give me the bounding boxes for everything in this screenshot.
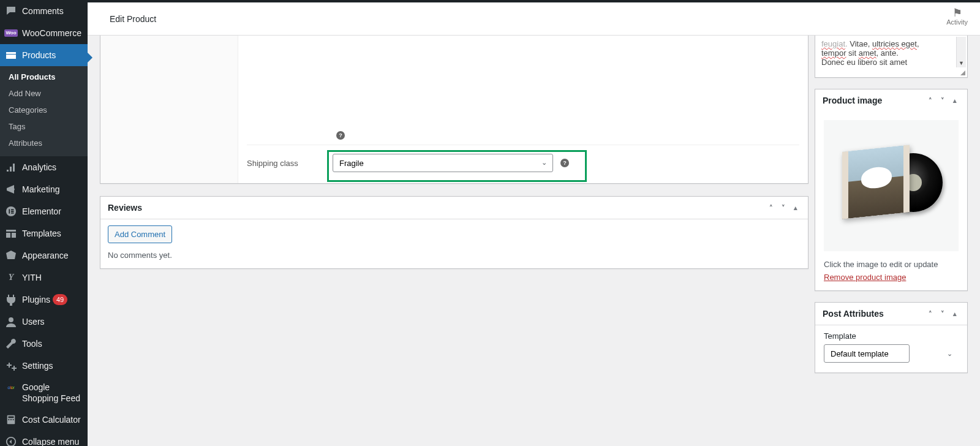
menu-label: Marketing — [22, 184, 59, 195]
sidebar-item-products[interactable]: Products — [0, 44, 88, 66]
sidebar-item-users[interactable]: Users — [0, 311, 88, 333]
page-title: Edit Product — [110, 14, 156, 24]
flag-icon: ⚑ — [946, 7, 968, 18]
menu-label: Users — [22, 316, 45, 327]
shipping-class-label: Shipping class — [247, 159, 333, 168]
panel-move-down-icon[interactable]: ˅ — [778, 204, 788, 212]
sidebar-item-plugins[interactable]: Plugins 49 — [0, 289, 88, 311]
svg-rect-3 — [11, 211, 14, 212]
short-description-textarea[interactable]: feugiat. Vitae, ultricies eget, tempor s… — [815, 36, 967, 77]
submenu-attributes[interactable]: Attributes — [0, 135, 88, 151]
activity-label: Activity — [946, 18, 968, 26]
svg-rect-10 — [13, 419, 14, 420]
sidebar-item-woocommerce[interactable]: Woo WooCommerce — [0, 22, 88, 44]
product-image-thumbnail[interactable] — [824, 120, 959, 251]
template-label: Template — [824, 331, 959, 341]
admin-sidebar: Comments Woo WooCommerce Products All Pr… — [0, 0, 88, 446]
tools-icon — [5, 338, 17, 350]
menu-label: Google Shopping Feed — [22, 382, 83, 404]
no-comments-text: No comments yet. — [108, 251, 801, 260]
menu-label: Cost Calculator — [22, 414, 81, 425]
submenu-categories[interactable]: Categories — [0, 102, 88, 118]
panel-move-up-icon[interactable]: ˄ — [925, 310, 935, 318]
textarea-resize-handle[interactable] — [959, 69, 966, 76]
remove-product-image-link[interactable]: Remove product image — [815, 273, 914, 290]
submenu-add-new[interactable]: Add New — [0, 85, 88, 102]
svg-rect-8 — [9, 419, 10, 420]
menu-label: Elementor — [22, 206, 61, 217]
svg-rect-7 — [9, 417, 14, 418]
reviews-heading-row: Reviews ˄ ˅ ▴ — [100, 197, 808, 219]
activity-button[interactable]: ⚑ Activity — [946, 7, 968, 26]
google-shopping-icon: olor — [5, 382, 17, 394]
panel-toggle-icon[interactable]: ▴ — [950, 97, 960, 105]
comments-icon — [5, 5, 17, 17]
menu-label: Comments — [22, 6, 64, 17]
panel-move-down-icon[interactable]: ˅ — [938, 310, 948, 318]
product-image-caption: Click the image to edit or update — [815, 260, 967, 273]
svg-rect-4 — [11, 213, 14, 214]
main-content: ? Shipping class Fragile ⌄ ? — [88, 36, 980, 446]
textarea-scrollbar[interactable]: ▼ — [956, 37, 966, 67]
chevron-down-icon: ⌄ — [947, 350, 952, 358]
post-attributes-heading: Post Attributes — [823, 309, 884, 319]
template-select[interactable]: Default template — [824, 344, 910, 363]
users-icon — [5, 316, 17, 328]
help-icon[interactable]: ? — [336, 131, 345, 140]
elementor-icon — [5, 205, 17, 217]
sidebar-item-marketing[interactable]: Marketing — [0, 178, 88, 200]
add-comment-button[interactable]: Add Comment — [108, 225, 172, 243]
page-header: Edit Product ⚑ Activity — [88, 2, 980, 36]
short-description-panel: feugiat. Vitae, ultricies eget, tempor s… — [815, 36, 968, 78]
sidebar-item-templates[interactable]: Templates — [0, 222, 88, 244]
appearance-icon — [5, 249, 17, 262]
reviews-panel: Reviews ˄ ˅ ▴ Add Comment No comments ye… — [100, 196, 809, 269]
product-image-heading: Product image — [823, 96, 882, 105]
menu-label: Templates — [22, 228, 61, 239]
svg-point-5 — [9, 317, 13, 322]
calculator-icon — [5, 414, 17, 426]
sidebar-item-comments[interactable]: Comments — [0, 0, 88, 22]
reviews-heading: Reviews — [108, 203, 142, 213]
svg-rect-9 — [10, 419, 12, 420]
menu-label: Analytics — [22, 162, 56, 173]
sidebar-item-google-shopping[interactable]: olor Google Shopping Feed — [0, 377, 88, 409]
panel-move-up-icon[interactable]: ˄ — [766, 204, 776, 212]
menu-label: Plugins — [22, 294, 50, 305]
sidebar-item-appearance[interactable]: Appearance — [0, 244, 88, 266]
panel-move-down-icon[interactable]: ˅ — [938, 97, 948, 105]
sidebar-item-analytics[interactable]: Analytics — [0, 156, 88, 178]
templates-icon — [5, 227, 17, 240]
product-data-body: ? Shipping class Fragile ⌄ ? — [238, 36, 808, 183]
panel-move-up-icon[interactable]: ˄ — [925, 97, 935, 105]
sidebar-item-collapse[interactable]: Collapse menu — [0, 431, 88, 446]
menu-label: WooCommerce — [22, 28, 81, 39]
flyout-pointer — [88, 53, 92, 62]
collapse-icon — [5, 436, 17, 446]
svg-rect-2 — [11, 209, 14, 210]
submenu-tags[interactable]: Tags — [0, 118, 88, 135]
submenu-all-products[interactable]: All Products — [0, 69, 88, 85]
menu-label: Settings — [22, 360, 53, 371]
menu-label: YITH — [22, 272, 42, 283]
sidebar-item-cost-calculator[interactable]: Cost Calculator — [0, 409, 88, 431]
shipping-class-select[interactable]: Fragile — [333, 154, 553, 172]
sidebar-item-settings[interactable]: Settings — [0, 355, 88, 377]
analytics-icon — [5, 161, 17, 173]
products-submenu: All Products Add New Categories Tags Att… — [0, 66, 88, 156]
woocommerce-icon: Woo — [5, 27, 17, 39]
panel-toggle-icon[interactable]: ▴ — [791, 204, 801, 212]
post-attributes-panel: Post Attributes ˄ ˅ ▴ Template Default t… — [815, 302, 968, 373]
menu-label: Products — [22, 50, 56, 61]
product-image-panel: Product image ˄ ˅ ▴ — [815, 89, 968, 291]
product-data-tabs — [100, 36, 238, 183]
vinyl-record-image — [842, 146, 940, 225]
sidebar-item-elementor[interactable]: Elementor — [0, 200, 88, 222]
sidebar-item-yith[interactable]: Y YITH — [0, 266, 88, 289]
panel-toggle-icon[interactable]: ▴ — [950, 310, 960, 318]
products-icon — [5, 49, 17, 61]
plugins-badge: 49 — [53, 294, 67, 305]
sidebar-item-tools[interactable]: Tools — [0, 333, 88, 355]
plugins-icon — [5, 293, 17, 306]
help-icon[interactable]: ? — [560, 159, 569, 167]
